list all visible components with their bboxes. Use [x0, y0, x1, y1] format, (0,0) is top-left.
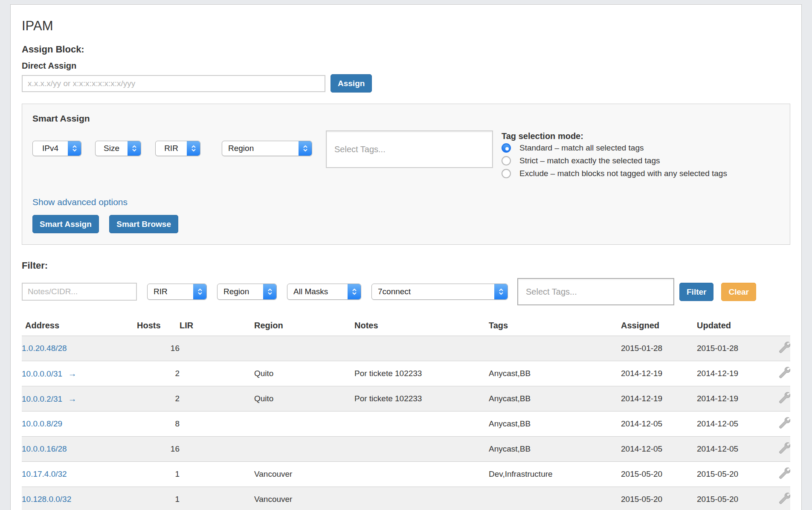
updated-cell: 2014-12-19: [697, 361, 771, 386]
lir-cell: [180, 487, 254, 510]
clear-button[interactable]: Clear: [721, 283, 756, 301]
table-row: 10.17.4.0/32 → 1 Vancouver Dev,Infrastru…: [22, 462, 790, 487]
tags-cell: Anycast,BB: [489, 386, 621, 411]
table-row: 10.0.0.0/31 → 2 Quito Por tickete 102233…: [22, 361, 790, 386]
notes-cell: Por tickete 102233: [354, 361, 489, 386]
table-header-row: Address Hosts LIR Region Notes Tags Assi…: [22, 317, 790, 336]
edit-wrench-icon[interactable]: [779, 442, 790, 454]
updated-cell: 2015-05-20: [697, 462, 771, 487]
table-row: 10.0.0.2/31 → 2 Quito Por tickete 102233…: [22, 386, 790, 411]
region-cell: [254, 437, 354, 462]
tag-mode-option-standard-label: Standard – match all selected tags: [519, 143, 644, 152]
filter-rir-select[interactable]: RIR: [147, 284, 207, 300]
direct-assign-input[interactable]: [22, 75, 325, 92]
edit-wrench-icon[interactable]: [779, 417, 790, 429]
region-cell: Quito: [254, 386, 354, 411]
radio-strict[interactable]: [502, 156, 511, 165]
edit-wrench-icon[interactable]: [779, 342, 790, 353]
address-link[interactable]: 10.0.0.8/29: [22, 419, 62, 428]
page-title: IPAM: [22, 18, 790, 34]
tags-cell: Dev,Infrastructure: [489, 462, 621, 487]
radio-standard[interactable]: [502, 143, 511, 153]
address-link[interactable]: 10.17.4.0/32: [22, 469, 67, 478]
updated-cell: 2014-12-05: [697, 437, 771, 462]
filter-button[interactable]: Filter: [679, 283, 713, 301]
assign-block-heading: Assign Block:: [22, 44, 790, 55]
tags-cell: [489, 487, 621, 510]
assigned-cell: 2014-12-05: [621, 411, 697, 437]
assigned-arrow-icon: →: [68, 394, 76, 403]
edit-wrench-icon[interactable]: [779, 392, 790, 403]
smart-assign-heading: Smart Assign: [32, 113, 780, 124]
lir-cell: [180, 336, 254, 361]
chevron-up-down-icon: [187, 141, 200, 156]
assigned-arrow-icon: →: [68, 369, 76, 378]
filter-region-select[interactable]: Region: [217, 284, 277, 300]
lir-cell: [180, 361, 254, 386]
edit-wrench-icon[interactable]: [779, 493, 790, 504]
tags-cell: Anycast,BB: [489, 361, 621, 386]
ip-version-select[interactable]: IPv4: [32, 141, 81, 156]
address-link[interactable]: 10.0.0.2/31: [22, 394, 62, 403]
filter-masks-select[interactable]: All Masks: [287, 284, 361, 300]
col-header-actions: [771, 317, 790, 336]
ipam-panel: IPAM Assign Block: Direct Assign Assign …: [10, 4, 802, 510]
col-header-assigned: Assigned: [621, 317, 697, 336]
edit-wrench-icon[interactable]: [779, 467, 790, 479]
col-header-notes: Notes: [354, 317, 489, 336]
lir-cell: [180, 411, 254, 437]
region-select-value: Region: [222, 141, 299, 156]
tag-mode-option-standard[interactable]: Standard – match all selected tags: [502, 142, 734, 154]
assigned-cell: 2014-12-19: [621, 361, 697, 386]
assigned-cell: 2014-12-05: [621, 437, 697, 462]
smart-tags-input[interactable]: Select Tags...: [326, 130, 493, 168]
smart-browse-button[interactable]: Smart Browse: [109, 215, 178, 233]
hosts-cell: 16: [137, 336, 180, 361]
ip-version-select-value: IPv4: [33, 141, 68, 156]
hosts-cell: 2: [137, 361, 180, 386]
chevron-up-down-icon: [348, 284, 361, 299]
tag-mode-option-strict-label: Strict – match exactly the selected tags: [519, 156, 660, 165]
tag-mode-option-exclude-label: Exclude – match blocks not tagged with a…: [519, 169, 727, 178]
radio-exclude[interactable]: [502, 169, 511, 178]
region-cell: [254, 411, 354, 437]
region-cell: Quito: [254, 361, 354, 386]
lir-cell: [180, 437, 254, 462]
filter-region-select-value: Region: [218, 284, 263, 299]
filter-resource-select-value: 7connect: [372, 284, 494, 299]
assign-button[interactable]: Assign: [331, 74, 372, 93]
size-select[interactable]: Size: [95, 141, 141, 156]
smart-assign-controls: IPv4 Size RIR: [32, 130, 780, 180]
rir-select[interactable]: RIR: [155, 141, 200, 156]
lir-cell: [180, 386, 254, 411]
chevron-up-down-icon: [299, 141, 312, 156]
lir-cell: [180, 462, 254, 487]
chevron-up-down-icon: [68, 141, 81, 156]
col-header-tags: Tags: [489, 317, 621, 336]
smart-assign-panel: Smart Assign IPv4 Size RIR: [22, 104, 790, 245]
edit-wrench-icon[interactable]: [779, 367, 790, 378]
tag-mode-option-strict[interactable]: Strict – match exactly the selected tags: [502, 154, 734, 167]
tag-mode-option-exclude[interactable]: Exclude – match blocks not tagged with a…: [502, 167, 734, 180]
smart-assign-button[interactable]: Smart Assign: [32, 215, 99, 233]
filter-heading: Filter:: [22, 260, 790, 271]
notes-cell: [354, 462, 489, 487]
blocks-table: Address Hosts LIR Region Notes Tags Assi…: [22, 317, 790, 510]
address-link[interactable]: 10.0.0.16/28: [22, 444, 67, 453]
notes-cell: Por tickete 102233: [354, 386, 489, 411]
hosts-cell: 8: [137, 411, 180, 437]
table-row: 1.0.20.48/28 → 16 2015-01-28 2015-01-28: [22, 336, 790, 361]
hosts-cell: 1: [137, 462, 180, 487]
show-advanced-options-link[interactable]: Show advanced options: [32, 197, 128, 207]
filter-resource-select[interactable]: 7connect: [371, 284, 508, 300]
address-link[interactable]: 10.0.0.0/31: [22, 369, 62, 378]
filter-tags-input[interactable]: Select Tags...: [517, 278, 674, 305]
region-select[interactable]: Region: [222, 141, 312, 156]
address-link[interactable]: 10.128.0.0/32: [22, 495, 71, 504]
size-select-value: Size: [96, 141, 128, 156]
filter-row: RIR Region All Masks 7connect: [22, 278, 790, 305]
address-link[interactable]: 1.0.20.48/28: [22, 344, 67, 353]
table-row: 10.0.0.16/28 → 16 Anycast,BB 2014-12-05 …: [22, 437, 790, 462]
region-cell: Vancouver: [254, 487, 354, 510]
notes-cidr-input[interactable]: [22, 283, 137, 301]
